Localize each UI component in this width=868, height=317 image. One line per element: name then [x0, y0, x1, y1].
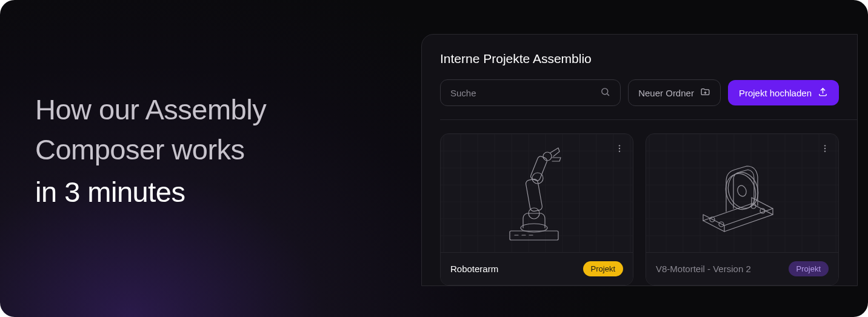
headline: How our Assembly Composer works in 3 min…	[35, 90, 399, 212]
card-preview	[646, 134, 838, 252]
new-folder-label: Neuer Ordner	[638, 88, 694, 98]
svg-point-6	[619, 148, 620, 149]
svg-point-20	[824, 150, 826, 152]
hero-banner: How our Assembly Composer works in 3 min…	[0, 0, 868, 317]
search-input[interactable]	[440, 79, 621, 106]
search-field[interactable]	[450, 88, 600, 98]
folder-plus-icon	[700, 87, 710, 99]
project-cards: Roboterarm Projekt	[440, 133, 857, 285]
upload-project-label: Projekt hochladen	[739, 88, 812, 98]
headline-line2: in 3 minutes	[35, 172, 399, 212]
caster-wheel-icon	[691, 148, 794, 239]
svg-point-17	[543, 152, 552, 161]
upload-icon	[818, 87, 828, 99]
project-badge: Projekt	[789, 261, 829, 276]
svg-point-18	[824, 145, 826, 146]
project-card[interactable]: Roboterarm Projekt	[440, 133, 633, 285]
search-icon	[600, 87, 610, 99]
project-badge: Projekt	[583, 261, 623, 276]
upload-project-button[interactable]: Projekt hochladen	[728, 80, 839, 105]
new-folder-button[interactable]: Neuer Ordner	[628, 79, 721, 106]
card-footer: V8-Motorteil - Version 2 Projekt	[646, 252, 838, 285]
page-title: Interne Projekte Assemblio	[440, 52, 857, 66]
toolbar: Neuer Ordner Projekt hochladen	[440, 79, 857, 120]
card-title: V8-Motorteil - Version 2	[656, 264, 751, 274]
card-footer: Roboterarm Projekt	[441, 252, 633, 285]
svg-rect-14	[525, 179, 542, 212]
app-window: Interne Projekte Assemblio Neuer Ordner …	[421, 34, 858, 286]
svg-line-1	[607, 94, 609, 96]
svg-point-19	[824, 148, 826, 149]
card-title: Roboterarm	[450, 264, 498, 274]
svg-point-0	[602, 88, 608, 95]
headline-line1: How our Assembly Composer works	[35, 90, 399, 170]
card-menu-button[interactable]	[816, 140, 833, 157]
card-menu-button[interactable]	[611, 140, 628, 157]
svg-point-5	[619, 145, 620, 146]
svg-point-26	[723, 169, 762, 212]
svg-point-7	[619, 150, 620, 152]
robot-arm-icon	[492, 143, 583, 243]
svg-point-27	[736, 184, 747, 197]
card-preview	[441, 134, 633, 252]
project-card[interactable]: V8-Motorteil - Version 2 Projekt	[646, 133, 839, 285]
